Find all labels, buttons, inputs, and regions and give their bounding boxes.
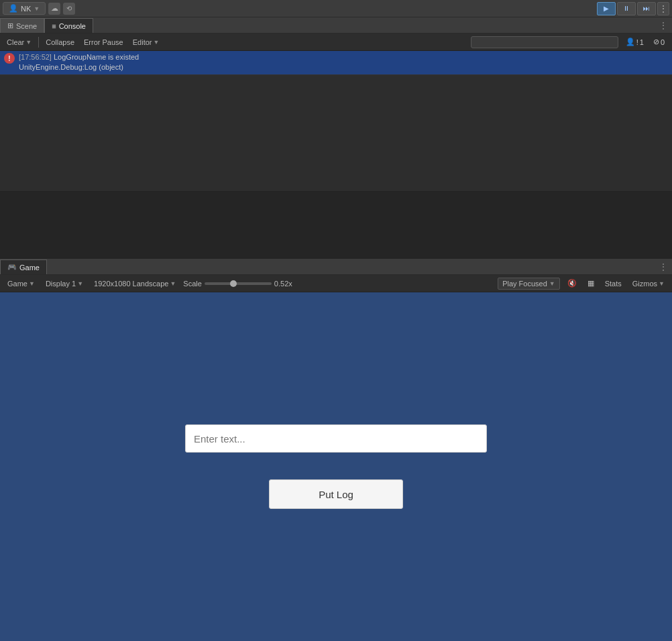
scale-label: Scale [183,280,202,288]
err-count-num: 0 [661,38,665,46]
top-bar: 👤 NK ▼ ☁ ⟲ ▶ ⏸ ⏭ ⋮ [0,0,672,17]
editor-dropdown[interactable]: Editor ▼ [130,37,162,48]
search-wrapper [471,36,618,48]
console-tab-label: Console [59,22,86,30]
log-error-icon: ! [4,53,15,64]
tab-game[interactable]: 🎮 Game [0,259,47,274]
console-tab-icon: ≡ [52,22,56,30]
aspect-icon: ▦ [587,279,594,288]
console-detail-panel [0,192,672,259]
editor-dropdown-icon: ▼ [153,39,159,46]
scale-track[interactable] [205,282,272,285]
scale-area: Scale 0.52x [183,280,292,288]
warn-icon: 👤 [626,38,635,46]
resolution-dropdown[interactable]: 1920x1080 Landscape ▼ [91,278,179,289]
collapse-button[interactable]: Collapse [43,37,77,48]
badge-group: 👤 ! 1 ⊘ 0 [622,37,668,47]
game-dropdown[interactable]: Game ▼ [4,278,38,289]
play-button[interactable]: ▶ [597,2,616,15]
game-text-input[interactable] [185,424,487,453]
console-toolbar: Clear ▼ Collapse Error Pause Editor ▼ 👤 … [0,34,672,51]
error-badge[interactable]: ⊘ 0 [650,37,668,47]
scale-value: 0.52x [274,280,292,288]
game-tab-more-button[interactable]: ⋮ [655,259,672,274]
put-log-button[interactable]: Put Log [269,479,403,509]
clear-label: Clear [7,38,24,46]
aspect-button[interactable]: ▦ [584,278,598,289]
gizmos-arrow: ▼ [659,280,665,287]
warn-count-num: 1 [640,38,644,46]
step-button[interactable]: ⏭ [637,2,656,15]
cloud-button[interactable]: ☁ [48,3,60,15]
topbar-more-button[interactable]: ⋮ [657,2,669,15]
play-focused-label: Play Focused [502,280,547,288]
tab-scene[interactable]: ⊞ Scene [0,18,44,33]
game-tab-row: 🎮 Game ⋮ [0,259,672,275]
right-game-buttons: Play Focused ▼ 🔇 ▦ Stats Gizmos ▼ [498,278,668,290]
log-entry[interactable]: ! [17:56:52] LogGroupName is existed Uni… [0,51,672,75]
scene-tab-label: Scene [16,22,37,30]
display-dropdown[interactable]: Display 1 ▼ [42,278,87,289]
game-toolbar: Game ▼ Display 1 ▼ 1920x1080 Landscape ▼… [0,275,672,292]
scene-tab-icon: ⊞ [7,21,13,30]
audio-icon: 🔇 [567,279,577,288]
scale-thumb[interactable] [230,280,237,287]
console-log-area: ! [17:56:52] LogGroupName is existed Uni… [0,51,672,192]
collab-button[interactable]: ⟲ [63,3,75,15]
clear-dropdown-icon: ▼ [25,39,32,46]
game-viewport: Put Log [0,292,672,641]
log-detail: UnityEngine.Debug:Log (object) [19,63,123,71]
divider-1 [38,37,39,48]
account-label: NK [21,5,31,13]
play-focused-button[interactable]: Play Focused ▼ [498,278,560,290]
stats-button[interactable]: Stats [602,278,625,289]
editor-tab-row: ⊞ Scene ≡ Console ⋮ [0,17,672,34]
error-pause-button[interactable]: Error Pause [81,37,126,48]
err-icon: ⊘ [653,38,659,46]
tab-console[interactable]: ≡ Console [44,18,93,33]
game-tab-icon: 🎮 [7,263,17,272]
log-message-text: LogGroupName is existed [54,53,139,61]
account-button[interactable]: 👤 NK ▼ [3,2,46,15]
account-icon: 👤 [9,4,18,13]
audio-button[interactable]: 🔇 [564,278,580,289]
search-input[interactable] [471,36,618,48]
account-dropdown-arrow: ▼ [34,5,40,12]
pause-button[interactable]: ⏸ [617,2,636,15]
gizmos-button[interactable]: Gizmos ▼ [629,278,668,289]
game-tab-label: Game [19,264,40,272]
warn-count: ! [636,38,638,46]
play-focused-arrow: ▼ [549,280,555,287]
log-timestamp: [17:56:52] [19,53,52,61]
clear-button[interactable]: Clear ▼ [4,37,34,48]
tab-more-button[interactable]: ⋮ [655,18,672,33]
warn-badge[interactable]: 👤 ! 1 [622,37,647,47]
play-controls: ▶ ⏸ ⏭ ⋮ [597,2,669,15]
